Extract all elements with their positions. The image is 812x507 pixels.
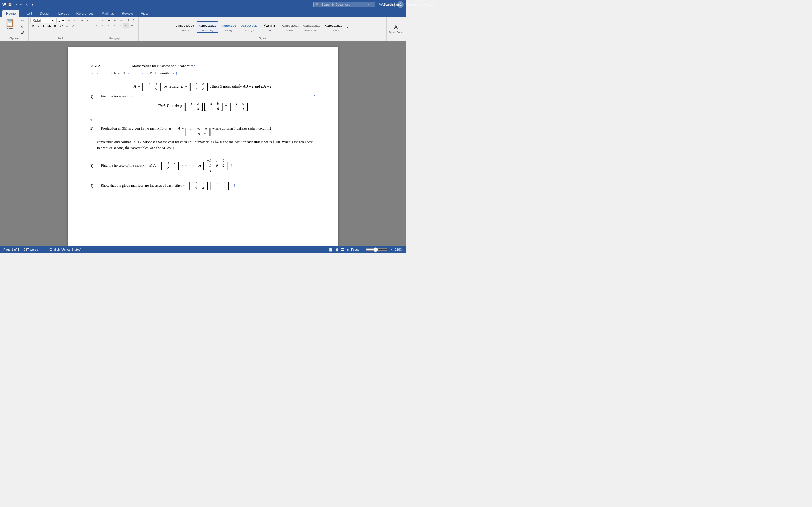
clear-format-button[interactable]: ✕ [85,18,90,23]
sort-button[interactable]: ↕A [125,18,131,22]
tab-7: → [110,72,113,75]
language-info[interactable]: English (United States) [50,248,82,251]
show-formatting-button[interactable]: ¶ [131,18,137,22]
style-normal[interactable]: AaBbCcDdEe Normal [174,22,196,33]
strikethrough-button[interactable]: abc [47,24,52,29]
font-group: Calibri 11 A↑ A↓ Aa ✕ B I U abc X₂ X² A … [29,17,92,41]
style-emphasis-preview: AaBbCcDdEe [325,23,342,29]
q1-equals-1: = [138,84,140,89]
copy-button[interactable]: ⎘ [18,24,27,30]
style-heading2[interactable]: AaBbCcDdE Heading 2 [239,22,259,33]
q1-cells-A: 1 3 2 5 [145,81,158,92]
italic-button[interactable]: I [36,24,41,29]
q4-matrix-d: [ 2 1 3 1 ] [210,180,230,191]
style-heading1[interactable]: AaBbCcDc Heading 1 [219,22,239,33]
styles-pane-button[interactable]: Ā Styles Pane [387,17,405,41]
print-icon[interactable]: 🖨 [24,2,29,7]
q1-cells-f2: a b c d [207,101,220,112]
zoom-in-icon[interactable]: + [391,248,392,251]
decrease-indent-button[interactable]: ⇐ [112,18,118,22]
numbering-button[interactable]: ≡ [100,18,106,22]
justify-button[interactable]: ≡ [112,23,117,27]
font-label: Font [58,36,63,40]
tab-home[interactable]: Home [2,10,19,17]
tab-design[interactable]: Design [36,10,54,17]
q1-equals-2: = [185,84,187,89]
q3-text: Find the inverse of the matrix [101,163,144,168]
styles-content: AaBbCcDdEe Normal AaBbCcDdEe No Spacing … [174,18,350,36]
align-right-button[interactable]: ≡ [106,23,111,27]
q2-number: 2) [90,126,96,130]
superscript-button[interactable]: X² [59,24,64,29]
tab-references[interactable]: References [72,10,98,17]
style-emphasis[interactable]: AaBbCcDdEe Emphasis [323,22,344,33]
save-icon[interactable]: 💾 [8,2,12,7]
style-title[interactable]: AaBb Title [260,22,280,33]
bullets-button[interactable]: ☰ [94,18,100,22]
search-box[interactable]: 🔍 ▾ [313,2,375,7]
styles-more-button[interactable]: ▾ [345,25,350,30]
document-scroll[interactable]: MAT200 → ············· → Mathematics for… [0,41,406,245]
q1-f2-11: a [208,101,212,106]
q2-A-label: A [178,126,181,131]
zoom-out-icon[interactable]: − [362,248,363,251]
q3-line: 3) → Find the inverse of the matrix ·· a… [90,158,316,173]
style-subtle-emph[interactable]: AaBbCcDdEe Subtle Emph... [301,22,322,33]
redo-icon[interactable]: ↪ [19,2,23,7]
shading-button[interactable]: □ [123,23,129,27]
align-center-button[interactable]: ≡ [100,23,105,27]
zoom-level: 216% [395,248,403,251]
search-dropdown-icon[interactable]: ▾ [368,3,370,6]
q1-a12: 3 [153,82,157,86]
zoom-slider[interactable] [366,247,388,252]
read-mode-icon[interactable]: 📄 [329,248,333,251]
tab-insert[interactable]: Insert [19,10,36,17]
undo-icon[interactable]: ↩ [13,2,18,7]
filename-text: MAT200Exam1 [378,3,402,6]
search-input[interactable] [321,3,366,6]
question-3-block: 3) → Find the inverse of the matrix ·· a… [90,158,316,173]
bold-button[interactable]: B [31,24,36,29]
tab-12: → [146,72,149,75]
highlight-button[interactable]: A [70,24,76,29]
subscript-button[interactable]: X₂ [53,24,58,29]
q4-d22: 1 [221,186,225,190]
line-spacing-button[interactable]: ↕ [117,23,123,27]
focus-mode-icon[interactable]: ⊞ [346,248,349,251]
paste-button[interactable]: 📋 Paste [3,18,17,31]
underline-button[interactable]: U [42,24,47,29]
align-left-button[interactable]: ≡ [94,23,100,27]
decrease-font-button[interactable]: A↓ [72,18,78,23]
increase-font-button[interactable]: A↑ [66,18,71,23]
format-painter-icon: 🖌 [20,31,24,35]
format-painter-button[interactable]: 🖌 [18,30,27,36]
borders-button[interactable]: ⊞ [130,23,135,27]
outline-view-icon[interactable]: ☰ [341,248,344,251]
statusbar-right: 📄 📋 ☰ ⊞ Focus − + 216% [329,247,403,252]
document-page[interactable]: MAT200 → ············· → Mathematics for… [68,47,338,245]
q3-lb-b: [ [202,161,206,170]
q1-f1-22: 5 [195,107,199,111]
tab-10: → [136,72,140,75]
style-subtitle[interactable]: AaBbCcDdEt Subtitle [280,22,301,33]
q1-f1-21: 2 [188,107,192,111]
q1-arrow: → [97,95,100,98]
font-size-select[interactable]: 11 [56,18,65,23]
increase-indent-button[interactable]: ⇒ [119,18,124,22]
style-nospacing[interactable]: AaBbCcDdEe No Spacing [197,21,218,33]
tab-review[interactable]: Review [118,10,137,17]
spell-check-icon[interactable]: ✓ [43,248,45,251]
cut-button[interactable]: ✂ [18,18,27,24]
tab-mailings[interactable]: Mailings [98,10,118,17]
font-family-select[interactable]: Calibri [31,18,56,23]
print-layout-icon[interactable]: 📋 [335,248,339,251]
change-case-button[interactable]: Aa [79,18,84,23]
font-color-button[interactable]: A [64,24,70,29]
multilevel-button[interactable]: ≣ [106,18,112,22]
ribbon-tabs: Home Insert Design Layout References Mai… [0,9,406,17]
tab-view[interactable]: View [137,10,152,17]
tab-layout[interactable]: Layout [54,10,72,17]
style-subtitle-label: Subtitle [287,29,294,32]
more-icon[interactable]: ▾ [30,2,35,7]
course-code: MAT200 [90,64,103,68]
